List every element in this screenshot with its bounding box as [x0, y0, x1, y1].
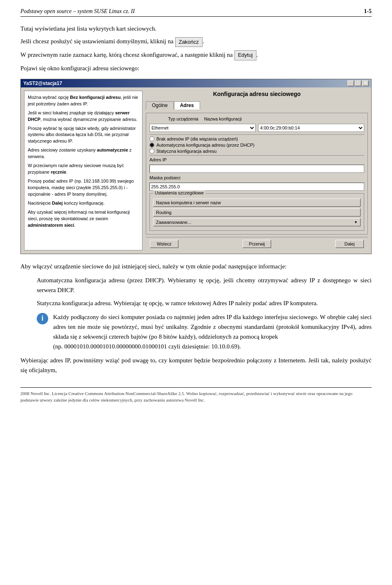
radio-dhcp-circle: [149, 143, 154, 147]
wstecz-button[interactable]: Wstecz: [150, 240, 178, 248]
config-name-label: Nazwa konfiguracji: [201, 116, 242, 121]
info-icon: i: [37, 313, 48, 324]
ip-address-input-row: [149, 165, 364, 173]
term1-bold: Automatyczna konfiguracja adresu: [37, 277, 125, 284]
mask-label-row: Maska podsieci: [149, 175, 364, 180]
term2-para: Statyczna konfiguracja adresu. Wybierają…: [37, 298, 372, 308]
header-page: 1-5: [364, 8, 372, 15]
info-text-block: Każdy podłączony do sieci komputer posia…: [53, 312, 372, 351]
left-text-2: Jeśli w sieci lokalnej znajduje się dzia…: [28, 110, 139, 123]
term1-para: Automatyczna konfiguracja adresu (przez …: [37, 275, 372, 295]
dialog-content-area: Typ urządzenia Nazwa konfiguracji Ethern…: [146, 113, 368, 234]
edytuj-button[interactable]: Edytuj: [234, 50, 256, 60]
left-text-4: Adres sieciowy zostanie uzyskany automat…: [28, 147, 139, 160]
ip-address-label: Adres IP: [149, 157, 167, 162]
device-type-label: Typ urządzenia: [149, 116, 198, 121]
titlebar-buttons[interactable]: _ □ ✕: [347, 80, 369, 86]
routing-button[interactable]: Routing: [153, 208, 361, 217]
article-para1: Aby włączyć urządzenie sieciowe do już i…: [20, 261, 372, 271]
dalej-button[interactable]: Dalej: [335, 240, 364, 248]
ip-address-input[interactable]: [149, 165, 364, 173]
left-text-7: Naciśnięcie Dalej kończy konfigurację.: [28, 200, 139, 207]
intro-line3: W przeciwnym razie zaznacz kartę, którą …: [20, 50, 372, 60]
article-para-last: Wybierając adres IP, powinniśmy wziąć po…: [20, 355, 372, 375]
dialog-title: YaST2@stacja17: [23, 80, 62, 86]
radio-static-circle: [149, 149, 154, 154]
page-footer: 2008 Novell Inc. Licencja Creative Commo…: [20, 387, 372, 404]
config-name-dropdown[interactable]: 4:00:0c:29:00:b0:14: [258, 124, 364, 132]
radio-no-ip-circle: [149, 136, 154, 141]
left-text-6: Proszę podać adres IP (np. 192.168.100.9…: [28, 178, 139, 198]
intro-line4: Pojawi się okno konfiguracji adresu siec…: [20, 64, 372, 73]
details-section-box: Ustawienia szczegółowe Nazwa komputera i…: [149, 193, 364, 231]
address-type-radio-group: Brak adresów IP (dla wiązania urządzeń) …: [149, 136, 364, 154]
dialog-tabs: Ogólne Adres: [146, 101, 368, 109]
network-config-dialog: YaST2@stacja17 _ □ ✕ Można wybrać opcję …: [20, 79, 372, 254]
dialog-body: Można wybrać opcję Bez konfiguracji adre…: [21, 87, 371, 254]
left-text-5: W przeciwnym razie adresy sieciowe muszą…: [28, 163, 139, 176]
mask-label: Maska podsieci: [149, 175, 180, 180]
tab-adres[interactable]: Adres: [174, 101, 200, 109]
device-type-dropdown[interactable]: Ethernet: [149, 124, 256, 132]
mask-input[interactable]: [149, 183, 364, 191]
advanced-dropdown-arrow: ▼: [354, 220, 358, 224]
left-text-8: Aby uzyskać więcej informacji na temat k…: [28, 209, 139, 229]
details-content: Nazwa komputera i serwer nazw Routing Za…: [153, 199, 361, 226]
maximize-button[interactable]: □: [355, 80, 361, 86]
left-info-panel: Można wybrać opcję Bez konfiguracji adre…: [24, 91, 143, 250]
close-button[interactable]: ✕: [362, 80, 369, 86]
page-header: Podstawy open source – system SUSE Linux…: [20, 8, 372, 17]
radio-static[interactable]: Statyczna konfiguracja adresu: [149, 149, 364, 154]
ip-address-row: Adres IP: [149, 157, 364, 162]
info-box: i Każdy podłączony do sieci komputer pos…: [37, 312, 372, 351]
dialog-content-title: Konfiguracja adresu sieciowego: [146, 91, 368, 97]
przerwij-button[interactable]: Przerwij: [243, 240, 271, 248]
device-type-value-row: Ethernet 4:00:0c:29:00:b0:14: [149, 124, 364, 132]
intro-line2: Jeśli chcesz posłużyć się ustawieniami d…: [20, 37, 372, 47]
article-section: Aby włączyć urządzenie sieciowe do już i…: [20, 261, 372, 375]
right-config-panel: Konfiguracja adresu sieciowego Ogólne Ad…: [146, 91, 368, 250]
minimize-button[interactable]: _: [347, 80, 354, 86]
radio-dhcp[interactable]: Automatyczna konfiguracja adresu (przez …: [149, 143, 364, 147]
advanced-button[interactable]: Zaawansowane... ▼: [153, 218, 361, 226]
mask-input-row: [149, 183, 364, 191]
intro-line1: Tutaj wyświetlana jest lista wykrytych k…: [20, 24, 372, 33]
left-text-3: Proszę wybrać tę opcję także wtedy, gdy …: [28, 125, 139, 145]
header-title: Podstawy open source – system SUSE Linux…: [20, 8, 135, 15]
zakonicz-button[interactable]: Zakończ: [175, 37, 203, 47]
term2-bold: Statyczna konfiguracja adresu: [37, 300, 111, 306]
tab-ogolne[interactable]: Ogólne: [146, 101, 174, 109]
radio-no-ip[interactable]: Brak adresów IP (dla wiązania urządzeń): [149, 136, 364, 141]
hostname-server-button[interactable]: Nazwa komputera i serwer nazw: [153, 199, 361, 207]
dialog-titlebar: YaST2@stacja17 _ □ ✕: [21, 79, 371, 87]
left-text-1: Można wybrać opcję Bez konfiguracji adre…: [28, 94, 139, 107]
device-type-row: Typ urządzenia Nazwa konfiguracji: [149, 116, 364, 121]
indented-terms: Automatyczna konfiguracja adresu (przez …: [37, 275, 372, 308]
dialog-footer: Wstecz Przerwij Dalej: [146, 237, 368, 250]
details-legend: Ustawienia szczegółowe: [153, 190, 205, 195]
